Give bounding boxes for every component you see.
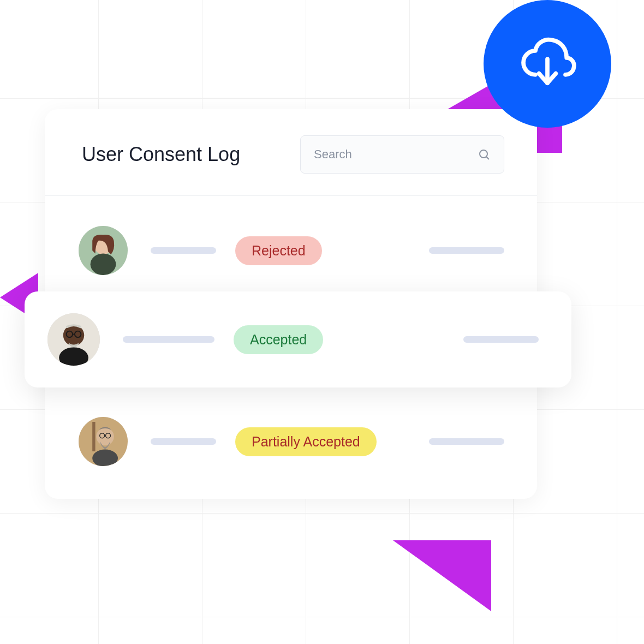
svg-point-14 bbox=[96, 428, 114, 445]
table-row[interactable]: Rejected bbox=[45, 210, 537, 291]
svg-point-1 bbox=[480, 150, 487, 158]
status-badge: Rejected bbox=[235, 236, 322, 265]
status-badge: Partially Accepted bbox=[235, 427, 377, 456]
page-title: User Consent Log bbox=[82, 143, 240, 166]
table-row[interactable]: Accepted bbox=[25, 291, 571, 387]
placeholder-text bbox=[151, 438, 216, 445]
download-button[interactable] bbox=[484, 0, 611, 128]
svg-point-5 bbox=[91, 253, 116, 275]
avatar bbox=[79, 417, 128, 466]
placeholder-text bbox=[429, 438, 504, 445]
svg-rect-13 bbox=[92, 422, 95, 451]
placeholder-text bbox=[463, 336, 539, 343]
placeholder-text bbox=[151, 247, 216, 254]
avatar bbox=[47, 313, 100, 366]
search-input[interactable] bbox=[314, 147, 478, 162]
avatar bbox=[79, 226, 128, 275]
rows-container: Rejected bbox=[45, 196, 537, 499]
search-box[interactable] bbox=[300, 135, 504, 174]
card-header: User Consent Log bbox=[45, 109, 537, 196]
consent-log-card: User Consent Log Rejected bbox=[45, 109, 537, 499]
search-icon bbox=[478, 148, 491, 161]
placeholder-text bbox=[123, 336, 214, 343]
cloud-download-icon bbox=[517, 34, 577, 94]
svg-line-2 bbox=[486, 157, 489, 159]
placeholder-text bbox=[429, 247, 504, 254]
status-badge: Accepted bbox=[234, 325, 323, 354]
decorative-triangle bbox=[393, 540, 491, 611]
table-row[interactable]: Partially Accepted bbox=[45, 390, 537, 482]
